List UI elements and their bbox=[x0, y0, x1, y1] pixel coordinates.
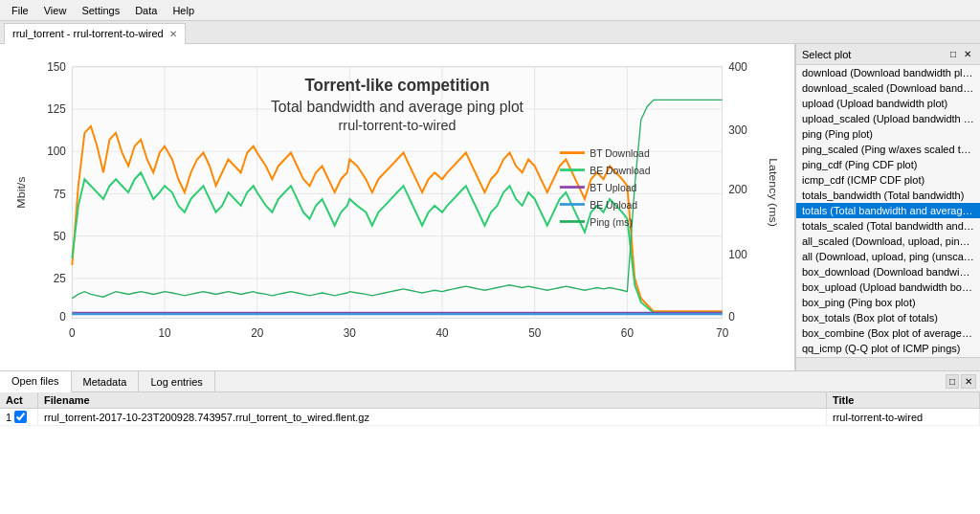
svg-text:BE Upload: BE Upload bbox=[590, 198, 637, 210]
tab-open-files[interactable]: Open files bbox=[0, 371, 72, 392]
svg-text:Torrent-like competition: Torrent-like competition bbox=[304, 75, 489, 95]
menu-file[interactable]: File bbox=[4, 3, 36, 18]
plot-item-download_scaled[interactable]: download_scaled (Download bandwidth w/ax… bbox=[796, 80, 980, 96]
svg-text:0: 0 bbox=[59, 310, 66, 324]
filename-text: rrul_torrent-2017-10-23T200928.743957.rr… bbox=[44, 412, 369, 423]
svg-text:Ping (ms): Ping (ms) bbox=[590, 215, 633, 227]
svg-text:70: 70 bbox=[716, 325, 728, 339]
tab-log-entries[interactable]: Log entries bbox=[139, 371, 214, 392]
table-row: 1 rrul_torrent-2017-10-23T200928.743957.… bbox=[0, 409, 980, 426]
plot-item-upload_scaled[interactable]: upload_scaled (Upload bandwidth w/axes s… bbox=[796, 111, 980, 126]
cell-filename: rrul_torrent-2017-10-23T200928.743957.rr… bbox=[38, 409, 827, 425]
menubar: File View Settings Data Help bbox=[0, 0, 980, 21]
svg-text:BT Upload: BT Upload bbox=[590, 181, 636, 192]
plot-item-box_ping[interactable]: box_ping (Ping box plot) bbox=[796, 295, 980, 310]
col-title: Title bbox=[827, 392, 980, 408]
svg-text:40: 40 bbox=[435, 325, 448, 339]
svg-text:50: 50 bbox=[528, 325, 541, 339]
title-text: rrul-torrent-to-wired bbox=[833, 412, 923, 423]
cell-act: 1 bbox=[0, 409, 38, 425]
right-panel: Select plot □ ✕ download (Download bandw… bbox=[795, 44, 980, 370]
svg-text:300: 300 bbox=[728, 123, 747, 137]
plot-item-totals[interactable]: totals (Total bandwidth and average ping… bbox=[796, 203, 980, 218]
panel-close-btn[interactable]: ✕ bbox=[961, 48, 974, 60]
panel-controls: □ ✕ bbox=[947, 48, 974, 60]
chart-svg: 150 125 100 75 50 25 0 400 300 200 100 0 bbox=[10, 54, 785, 370]
svg-text:Mbit/s: Mbit/s bbox=[14, 176, 28, 208]
chart-container: 150 125 100 75 50 25 0 400 300 200 100 0 bbox=[0, 44, 794, 370]
plot-item-ping[interactable]: ping (Ping plot) bbox=[796, 126, 980, 142]
select-plot-header: Select plot □ ✕ bbox=[796, 44, 980, 65]
plot-item-all[interactable]: all (Download, upload, ping (unscaled ve… bbox=[796, 249, 980, 264]
open-files-content: Act Filename Title 1 rrul_torrent-2017-1… bbox=[0, 392, 980, 514]
svg-text:400: 400 bbox=[728, 60, 747, 74]
svg-text:BT Download: BT Download bbox=[590, 146, 650, 158]
svg-text:0: 0 bbox=[728, 310, 735, 324]
select-plot-title: Select plot bbox=[802, 49, 851, 60]
col-filename: Filename bbox=[38, 392, 827, 408]
bottom-tab-buttons: Open files Metadata Log entries bbox=[0, 371, 215, 392]
row-num: 1 bbox=[6, 412, 11, 423]
menu-view[interactable]: View bbox=[36, 3, 75, 18]
open-files-header: Act Filename Title bbox=[0, 392, 980, 409]
col-act: Act bbox=[0, 392, 38, 408]
tab-close-icon[interactable]: ✕ bbox=[169, 29, 177, 39]
svg-text:rrul-torrent-to-wired: rrul-torrent-to-wired bbox=[339, 118, 457, 133]
svg-text:10: 10 bbox=[158, 325, 170, 339]
svg-text:200: 200 bbox=[728, 183, 747, 196]
cell-title: rrul-torrent-to-wired bbox=[827, 409, 980, 425]
bottom-tabs: Open files Metadata Log entries □ ✕ bbox=[0, 371, 980, 392]
plot-item-box_upload[interactable]: box_upload (Upload bandwidth box plot) bbox=[796, 279, 980, 295]
main-tab[interactable]: rrul_torrent - rrul-torrent-to-wired ✕ bbox=[4, 23, 186, 44]
plot-item-download[interactable]: download (Download bandwidth plot) bbox=[796, 65, 980, 80]
plot-item-totals_bandwidth[interactable]: totals_bandwidth (Total bandwidth) bbox=[796, 188, 980, 203]
plot-item-box_totals[interactable]: box_totals (Box plot of totals) bbox=[796, 310, 980, 325]
bottom-tab-controls: □ ✕ bbox=[942, 372, 980, 391]
content-area: 150 125 100 75 50 25 0 400 300 200 100 0 bbox=[0, 44, 980, 370]
bottom-expand-btn[interactable]: □ bbox=[946, 374, 959, 389]
plot-item-ping_scaled[interactable]: ping_scaled (Ping w/axes scaled to remov… bbox=[796, 142, 980, 157]
plot-list: download (Download bandwidth plot)downlo… bbox=[796, 65, 980, 357]
plot-item-all_scaled[interactable]: all_scaled (Download, upload, ping (scal… bbox=[796, 234, 980, 249]
svg-text:50: 50 bbox=[54, 229, 66, 242]
svg-text:Total bandwidth and average pi: Total bandwidth and average ping plot bbox=[271, 97, 523, 114]
plot-item-upload[interactable]: upload (Upload bandwidth plot) bbox=[796, 96, 980, 111]
svg-text:150: 150 bbox=[47, 60, 66, 74]
svg-text:100: 100 bbox=[47, 145, 66, 158]
plot-item-icmp_cdf[interactable]: icmp_cdf (ICMP CDF plot) bbox=[796, 172, 980, 188]
svg-text:25: 25 bbox=[54, 272, 66, 285]
svg-text:Latency (ms): Latency (ms) bbox=[767, 158, 780, 227]
svg-text:20: 20 bbox=[251, 325, 263, 339]
tab-bar: rrul_torrent - rrul-torrent-to-wired ✕ bbox=[0, 21, 980, 44]
svg-text:100: 100 bbox=[728, 248, 747, 261]
main-layout: rrul_torrent - rrul-torrent-to-wired ✕ bbox=[0, 21, 980, 514]
svg-text:60: 60 bbox=[621, 325, 634, 339]
tab-metadata[interactable]: Metadata bbox=[72, 371, 140, 392]
bottom-close-btn[interactable]: ✕ bbox=[961, 374, 976, 389]
tab-label: rrul_torrent - rrul-torrent-to-wired bbox=[12, 28, 164, 39]
row-checkbox[interactable] bbox=[14, 411, 27, 423]
plot-item-box_download[interactable]: box_download (Download bandwidth box plo… bbox=[796, 264, 980, 279]
bottom-section: Open files Metadata Log entries □ ✕ Act … bbox=[0, 370, 980, 514]
menu-help[interactable]: Help bbox=[165, 3, 202, 18]
svg-text:BE Download: BE Download bbox=[590, 164, 650, 175]
svg-text:75: 75 bbox=[54, 187, 66, 200]
menu-data[interactable]: Data bbox=[127, 3, 165, 18]
plot-item-ping_cdf[interactable]: ping_cdf (Ping CDF plot) bbox=[796, 157, 980, 172]
menu-settings[interactable]: Settings bbox=[74, 3, 127, 18]
panel-expand-btn[interactable]: □ bbox=[947, 48, 959, 60]
svg-text:125: 125 bbox=[47, 102, 66, 116]
plot-item-box_combine[interactable]: box_combine (Box plot of averages of sev… bbox=[796, 325, 980, 341]
plot-item-qq_icmp[interactable]: qq_icmp (Q-Q plot of ICMP pings) bbox=[796, 341, 980, 356]
panel-scrollbar[interactable] bbox=[796, 357, 980, 370]
plot-area: 150 125 100 75 50 25 0 400 300 200 100 0 bbox=[0, 44, 795, 370]
svg-text:0: 0 bbox=[69, 325, 76, 339]
plot-item-totals_scaled[interactable]: totals_scaled (Total bandwidth and avera… bbox=[796, 218, 980, 234]
svg-text:30: 30 bbox=[344, 325, 356, 339]
